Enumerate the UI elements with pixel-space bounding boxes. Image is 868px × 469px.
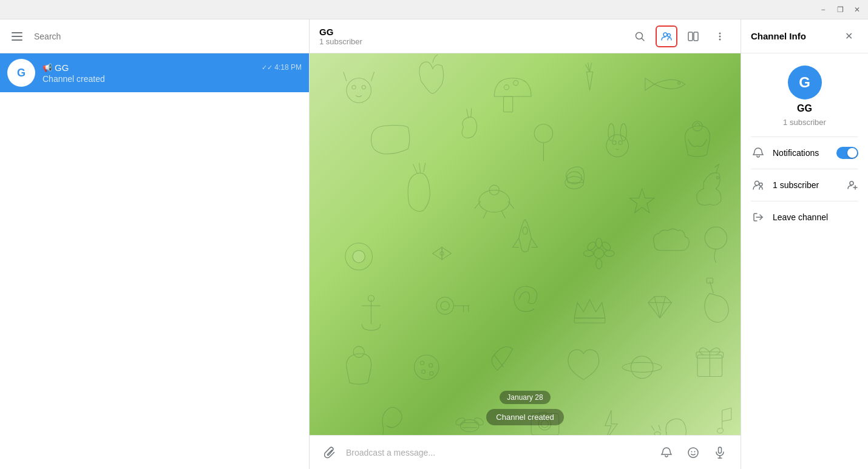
channel-avatar-large: G [788,66,822,100]
leave-channel-row[interactable]: Leave channel [741,201,868,233]
attach-button[interactable] [319,442,341,464]
chat-info-gg: 📢 GG ✓✓ 4:18 PM Channel created [42,62,302,84]
leave-icon [751,210,765,224]
messages-area: January 28 Channel created [310,53,741,435]
titlebar: − ❐ ✕ [0,0,868,19]
search-input[interactable] [34,32,302,41]
hamburger-button[interactable] [7,27,27,46]
svg-rect-8 [694,32,698,41]
bell-icon [751,146,765,160]
svg-rect-0 [12,32,22,33]
svg-point-95 [694,451,696,452]
svg-point-9 [719,32,721,34]
svg-point-3 [636,32,643,39]
svg-rect-2 [12,39,22,41]
chat-background: January 28 Channel created [310,53,741,435]
channel-info-header: Channel Info ✕ [741,19,868,53]
svg-point-101 [850,181,853,185]
svg-point-100 [759,183,762,186]
svg-rect-1 [12,36,22,37]
svg-rect-7 [688,32,693,41]
chat-header-info: GG 1 subscriber [319,27,624,46]
svg-point-94 [691,451,693,452]
minimize-button[interactable]: − [817,4,829,16]
voice-button[interactable] [709,442,731,464]
date-badge: January 28 [500,391,550,404]
message-input[interactable] [346,448,651,457]
sidebar-header [0,19,309,53]
add-subscriber-button[interactable] [847,180,858,191]
sidebar: G 📢 GG ✓✓ 4:18 PM Channel created [0,19,310,469]
columns-button[interactable] [682,25,704,47]
avatar-gg: G [7,59,35,87]
svg-point-10 [719,35,721,37]
chat-area: GG 1 subscriber [310,19,741,469]
chat-item-gg[interactable]: G 📢 GG ✓✓ 4:18 PM Channel created [0,53,309,92]
app-container: G 📢 GG ✓✓ 4:18 PM Channel created [0,19,868,469]
svg-point-93 [688,448,698,457]
close-button[interactable]: ✕ [851,4,863,16]
subscriber-count-label: 1 subscriber [773,180,840,190]
svg-rect-96 [719,447,722,453]
search-button[interactable] [629,25,651,47]
check-icon: ✓✓ [262,64,273,71]
restore-button[interactable]: ❐ [834,4,846,16]
channel-avatar-section: G GG 1 subscriber [741,53,868,137]
members-button[interactable] [656,25,677,47]
notification-bell-button[interactable] [656,442,677,464]
input-area [310,435,741,469]
svg-point-11 [719,38,721,40]
chat-header-subscriber: 1 subscriber [319,37,624,46]
channel-icon: 📢 [42,63,52,72]
notifications-row[interactable]: Notifications [741,137,868,169]
chat-header: GG 1 subscriber [310,19,741,53]
chat-time-gg: ✓✓ 4:18 PM [262,63,302,72]
channel-info-panel: Channel Info ✕ G GG 1 subscriber Notific… [741,19,868,469]
leave-channel-label: Leave channel [773,212,828,222]
channel-subscriber-count: 1 subscriber [783,118,826,127]
notifications-label: Notifications [773,148,829,158]
channel-info-title: Channel Info [751,31,806,41]
svg-point-6 [668,33,671,36]
system-message: Channel created [486,409,563,425]
channel-name-large: GG [797,103,812,114]
members-icon [751,178,765,192]
svg-line-4 [642,38,645,41]
chat-top: 📢 GG ✓✓ 4:18 PM [42,62,302,73]
more-button[interactable] [709,25,731,47]
channel-info-close-button[interactable]: ✕ [839,27,858,46]
chat-header-name: GG [319,27,624,37]
svg-point-5 [663,33,667,36]
toggle-knob [847,148,857,158]
svg-point-99 [755,181,759,186]
notifications-toggle[interactable] [836,147,858,159]
chat-list: G 📢 GG ✓✓ 4:18 PM Channel created [0,53,309,469]
emoji-button[interactable] [682,442,704,464]
chat-name-gg: 📢 GG [42,62,69,73]
subscribers-row[interactable]: 1 subscriber [741,169,868,201]
chat-preview-gg: Channel created [42,74,302,84]
